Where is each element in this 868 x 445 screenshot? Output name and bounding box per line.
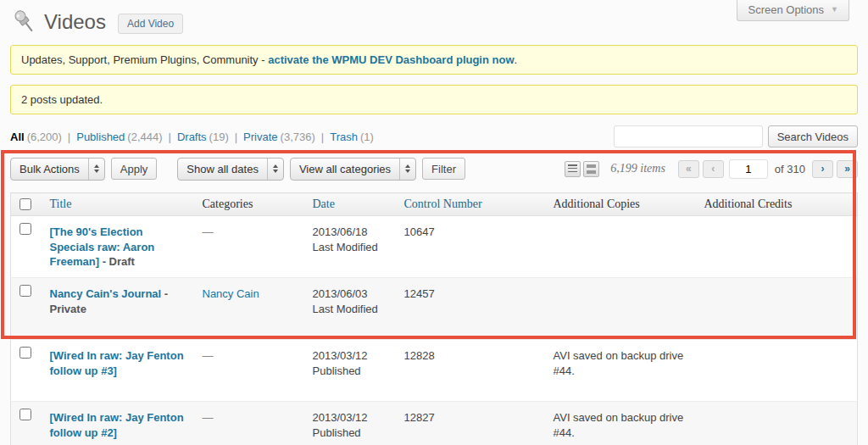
view-switch [565, 161, 599, 177]
status-filter-list: All (6,200) | Published (2,444) | Drafts… [10, 131, 374, 143]
table-header: Title Categories Date Control Number Add… [11, 193, 858, 216]
last-page-button[interactable]: » [837, 160, 858, 178]
table-row: Nancy Cain's Journal - Private Nancy Cai… [11, 278, 858, 340]
posts-updated-notice: 2 posts updated. [10, 85, 858, 114]
pushpin-icon [10, 8, 37, 36]
select-arrows-icon [88, 159, 104, 180]
additional-copies: AVI saved on backup drive #44. [554, 349, 684, 377]
video-title-link[interactable]: Nancy Cain's Journal [50, 287, 162, 300]
date-status: Published [313, 364, 389, 379]
column-header-date[interactable]: Date [304, 193, 396, 216]
date-status: Published [313, 426, 389, 441]
bulk-actions-group: Bulk Actions Apply Show all dates View a… [10, 158, 465, 181]
videos-table: Title Categories Date Control Number Add… [10, 192, 858, 445]
post-status: - Draft [103, 255, 135, 268]
control-number: 12827 [404, 411, 435, 424]
screen-options-label: Screen Options [748, 3, 824, 16]
control-number: 12457 [404, 287, 435, 300]
apply-button[interactable]: Apply [111, 158, 158, 180]
prev-page-button[interactable]: ‹ [703, 160, 724, 178]
select-all-checkbox[interactable] [19, 198, 31, 210]
search-input[interactable] [614, 125, 763, 147]
video-title-link[interactable]: [Wired In raw: Jay Fenton follow up #3] [50, 349, 184, 377]
first-page-button[interactable]: « [678, 160, 699, 178]
filter-trash[interactable]: Trash (1) [330, 131, 374, 143]
notice-text-suffix: . [515, 53, 518, 66]
row-checkbox[interactable] [19, 223, 31, 235]
select-arrows-icon [267, 159, 283, 180]
column-header-additional-credits: Additional Credits [696, 193, 858, 216]
notice-text: 2 posts updated. [21, 93, 103, 106]
select-arrows-icon [399, 159, 415, 180]
add-video-button[interactable]: Add Video [118, 14, 183, 34]
page-title: Videos [44, 10, 106, 34]
table-row: [Wired In raw: Jay Fenton follow up #2] … [11, 402, 858, 445]
screen-options-button[interactable]: Screen Options ▼ [737, 0, 849, 21]
filter-button[interactable]: Filter [422, 158, 465, 180]
activate-plugin-link[interactable]: activate the WPMU DEV Dashboard plugin n… [268, 53, 514, 66]
column-header-categories: Categories [194, 193, 304, 216]
date-value: 2013/03/12 [313, 410, 389, 426]
filter-published[interactable]: Published (2,444) | [76, 131, 177, 143]
table-row: [Wired In raw: Jay Fenton follow up #3] … [11, 340, 858, 402]
filter-drafts[interactable]: Drafts (19) | [177, 131, 243, 143]
control-number: 10647 [404, 225, 435, 238]
additional-copies: AVI saved on backup drive #44. [554, 411, 684, 439]
categories-cell: — [203, 225, 214, 238]
admin-page: Screen Options ▼ Videos Add Video Update… [0, 0, 868, 445]
search-box: Search Videos [614, 125, 858, 147]
list-controls-row: All (6,200) | Published (2,444) | Drafts… [10, 125, 858, 147]
bulk-actions-select[interactable]: Bulk Actions [10, 158, 105, 181]
column-header-additional-copies: Additional Copies [545, 193, 696, 216]
excerpt-view-icon[interactable] [583, 161, 599, 177]
next-page-button[interactable]: › [812, 160, 833, 178]
wpmu-notice: Updates, Support, Premium Plugins, Commu… [10, 45, 858, 75]
pagination-group: 6,199 items « ‹ of 310 › » [565, 159, 858, 179]
column-header-title[interactable]: Title [42, 193, 194, 216]
chevron-down-icon: ▼ [831, 6, 838, 14]
date-status: Last Modified [313, 302, 389, 317]
total-pages-label: of 310 [775, 163, 805, 175]
search-videos-button[interactable]: Search Videos [768, 125, 858, 147]
categories-cell: — [203, 349, 214, 362]
filter-all[interactable]: All (6,200) | [10, 131, 76, 143]
categories-cell: — [203, 411, 214, 424]
dates-filter-select[interactable]: Show all dates [177, 158, 284, 181]
row-checkbox[interactable] [19, 285, 31, 297]
list-view-icon[interactable] [565, 161, 581, 177]
current-page-input[interactable] [729, 159, 768, 179]
video-title-link[interactable]: [Wired In raw: Jay Fenton follow up #2] [50, 411, 184, 439]
row-checkbox[interactable] [19, 409, 31, 420]
filter-private[interactable]: Private (3,736) | [243, 131, 330, 143]
date-value: 2013/06/18 [313, 225, 389, 240]
categories-filter-select[interactable]: View all categories [290, 158, 416, 181]
pagination: « ‹ of 310 › » [678, 159, 858, 179]
date-status: Last Modified [313, 240, 389, 255]
row-checkbox[interactable] [19, 347, 31, 359]
category-link[interactable]: Nancy Cain [203, 287, 259, 300]
control-number: 12828 [404, 349, 435, 362]
date-value: 2013/06/03 [313, 286, 389, 302]
items-count: 6,199 items [610, 162, 665, 175]
table-toolbar: Bulk Actions Apply Show all dates View a… [10, 156, 858, 181]
date-value: 2013/03/12 [313, 348, 389, 364]
notice-text: Updates, Support, Premium Plugins, Commu… [21, 53, 268, 66]
column-header-control-number[interactable]: Control Number [396, 193, 545, 216]
page-header: Videos Add Video [10, 0, 858, 37]
table-row: [The 90's Election Specials raw: Aaron F… [11, 216, 858, 278]
